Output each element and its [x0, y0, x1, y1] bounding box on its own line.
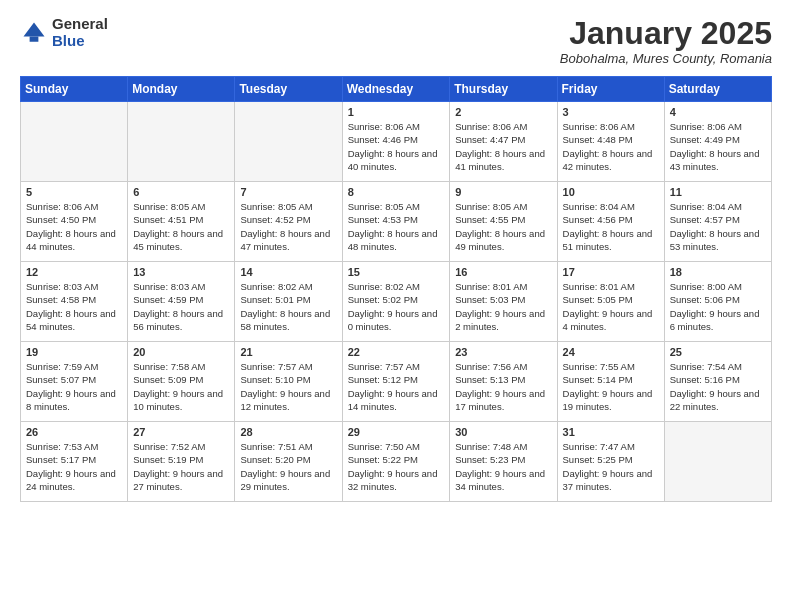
title-block: January 2025 Bobohalma, Mures County, Ro… [560, 16, 772, 66]
day-cell: 7Sunrise: 8:05 AM Sunset: 4:52 PM Daylig… [235, 182, 342, 262]
day-number: 6 [133, 186, 229, 198]
logo-blue-text: Blue [52, 33, 108, 50]
day-number: 23 [455, 346, 551, 358]
day-info: Sunrise: 7:52 AM Sunset: 5:19 PM Dayligh… [133, 440, 229, 493]
day-cell: 6Sunrise: 8:05 AM Sunset: 4:51 PM Daylig… [128, 182, 235, 262]
logo-general-text: General [52, 16, 108, 33]
weekday-header-thursday: Thursday [450, 77, 557, 102]
day-info: Sunrise: 8:05 AM Sunset: 4:55 PM Dayligh… [455, 200, 551, 253]
day-info: Sunrise: 8:06 AM Sunset: 4:50 PM Dayligh… [26, 200, 122, 253]
day-cell: 28Sunrise: 7:51 AM Sunset: 5:20 PM Dayli… [235, 422, 342, 502]
day-number: 12 [26, 266, 122, 278]
day-info: Sunrise: 8:06 AM Sunset: 4:49 PM Dayligh… [670, 120, 766, 173]
day-number: 20 [133, 346, 229, 358]
day-info: Sunrise: 7:50 AM Sunset: 5:22 PM Dayligh… [348, 440, 445, 493]
day-number: 9 [455, 186, 551, 198]
day-cell [664, 422, 771, 502]
day-cell [128, 102, 235, 182]
day-info: Sunrise: 8:00 AM Sunset: 5:06 PM Dayligh… [670, 280, 766, 333]
day-info: Sunrise: 8:01 AM Sunset: 5:03 PM Dayligh… [455, 280, 551, 333]
day-number: 22 [348, 346, 445, 358]
day-cell: 15Sunrise: 8:02 AM Sunset: 5:02 PM Dayli… [342, 262, 450, 342]
weekday-header-friday: Friday [557, 77, 664, 102]
day-info: Sunrise: 7:59 AM Sunset: 5:07 PM Dayligh… [26, 360, 122, 413]
day-cell: 12Sunrise: 8:03 AM Sunset: 4:58 PM Dayli… [21, 262, 128, 342]
day-info: Sunrise: 7:57 AM Sunset: 5:10 PM Dayligh… [240, 360, 336, 413]
day-cell: 9Sunrise: 8:05 AM Sunset: 4:55 PM Daylig… [450, 182, 557, 262]
day-number: 25 [670, 346, 766, 358]
day-number: 26 [26, 426, 122, 438]
day-cell: 10Sunrise: 8:04 AM Sunset: 4:56 PM Dayli… [557, 182, 664, 262]
day-info: Sunrise: 8:05 AM Sunset: 4:52 PM Dayligh… [240, 200, 336, 253]
day-info: Sunrise: 8:06 AM Sunset: 4:46 PM Dayligh… [348, 120, 445, 173]
weekday-header-monday: Monday [128, 77, 235, 102]
week-row-1: 1Sunrise: 8:06 AM Sunset: 4:46 PM Daylig… [21, 102, 772, 182]
day-cell: 5Sunrise: 8:06 AM Sunset: 4:50 PM Daylig… [21, 182, 128, 262]
weekday-header-sunday: Sunday [21, 77, 128, 102]
day-cell: 27Sunrise: 7:52 AM Sunset: 5:19 PM Dayli… [128, 422, 235, 502]
day-number: 14 [240, 266, 336, 278]
day-info: Sunrise: 8:01 AM Sunset: 5:05 PM Dayligh… [563, 280, 659, 333]
day-info: Sunrise: 8:03 AM Sunset: 4:58 PM Dayligh… [26, 280, 122, 333]
weekday-header-row: SundayMondayTuesdayWednesdayThursdayFrid… [21, 77, 772, 102]
day-number: 13 [133, 266, 229, 278]
day-info: Sunrise: 7:54 AM Sunset: 5:16 PM Dayligh… [670, 360, 766, 413]
day-cell: 22Sunrise: 7:57 AM Sunset: 5:12 PM Dayli… [342, 342, 450, 422]
day-cell [21, 102, 128, 182]
day-number: 5 [26, 186, 122, 198]
day-number: 2 [455, 106, 551, 118]
day-number: 29 [348, 426, 445, 438]
day-info: Sunrise: 8:04 AM Sunset: 4:56 PM Dayligh… [563, 200, 659, 253]
day-cell: 26Sunrise: 7:53 AM Sunset: 5:17 PM Dayli… [21, 422, 128, 502]
day-info: Sunrise: 7:48 AM Sunset: 5:23 PM Dayligh… [455, 440, 551, 493]
day-cell: 21Sunrise: 7:57 AM Sunset: 5:10 PM Dayli… [235, 342, 342, 422]
svg-marker-0 [24, 22, 45, 36]
day-number: 17 [563, 266, 659, 278]
month-title: January 2025 [560, 16, 772, 51]
day-number: 15 [348, 266, 445, 278]
day-cell: 17Sunrise: 8:01 AM Sunset: 5:05 PM Dayli… [557, 262, 664, 342]
day-cell: 14Sunrise: 8:02 AM Sunset: 5:01 PM Dayli… [235, 262, 342, 342]
day-number: 1 [348, 106, 445, 118]
day-cell [235, 102, 342, 182]
day-number: 27 [133, 426, 229, 438]
header: General Blue January 2025 Bobohalma, Mur… [20, 16, 772, 66]
day-cell: 1Sunrise: 8:06 AM Sunset: 4:46 PM Daylig… [342, 102, 450, 182]
svg-rect-1 [30, 36, 39, 41]
day-info: Sunrise: 8:03 AM Sunset: 4:59 PM Dayligh… [133, 280, 229, 333]
day-info: Sunrise: 8:02 AM Sunset: 5:01 PM Dayligh… [240, 280, 336, 333]
day-number: 7 [240, 186, 336, 198]
day-cell: 13Sunrise: 8:03 AM Sunset: 4:59 PM Dayli… [128, 262, 235, 342]
logo-icon [20, 19, 48, 47]
day-info: Sunrise: 8:05 AM Sunset: 4:51 PM Dayligh… [133, 200, 229, 253]
day-info: Sunrise: 7:47 AM Sunset: 5:25 PM Dayligh… [563, 440, 659, 493]
day-cell: 30Sunrise: 7:48 AM Sunset: 5:23 PM Dayli… [450, 422, 557, 502]
day-number: 19 [26, 346, 122, 358]
day-cell: 4Sunrise: 8:06 AM Sunset: 4:49 PM Daylig… [664, 102, 771, 182]
logo: General Blue [20, 16, 108, 49]
day-info: Sunrise: 8:06 AM Sunset: 4:47 PM Dayligh… [455, 120, 551, 173]
calendar-table: SundayMondayTuesdayWednesdayThursdayFrid… [20, 76, 772, 502]
day-number: 30 [455, 426, 551, 438]
week-row-4: 19Sunrise: 7:59 AM Sunset: 5:07 PM Dayli… [21, 342, 772, 422]
week-row-2: 5Sunrise: 8:06 AM Sunset: 4:50 PM Daylig… [21, 182, 772, 262]
day-info: Sunrise: 8:05 AM Sunset: 4:53 PM Dayligh… [348, 200, 445, 253]
day-number: 24 [563, 346, 659, 358]
day-info: Sunrise: 7:55 AM Sunset: 5:14 PM Dayligh… [563, 360, 659, 413]
day-info: Sunrise: 7:58 AM Sunset: 5:09 PM Dayligh… [133, 360, 229, 413]
day-cell: 25Sunrise: 7:54 AM Sunset: 5:16 PM Dayli… [664, 342, 771, 422]
week-row-3: 12Sunrise: 8:03 AM Sunset: 4:58 PM Dayli… [21, 262, 772, 342]
weekday-header-saturday: Saturday [664, 77, 771, 102]
weekday-header-wednesday: Wednesday [342, 77, 450, 102]
day-number: 3 [563, 106, 659, 118]
page: General Blue January 2025 Bobohalma, Mur… [0, 0, 792, 512]
day-info: Sunrise: 7:51 AM Sunset: 5:20 PM Dayligh… [240, 440, 336, 493]
week-row-5: 26Sunrise: 7:53 AM Sunset: 5:17 PM Dayli… [21, 422, 772, 502]
day-cell: 8Sunrise: 8:05 AM Sunset: 4:53 PM Daylig… [342, 182, 450, 262]
day-cell: 11Sunrise: 8:04 AM Sunset: 4:57 PM Dayli… [664, 182, 771, 262]
day-cell: 20Sunrise: 7:58 AM Sunset: 5:09 PM Dayli… [128, 342, 235, 422]
day-info: Sunrise: 7:53 AM Sunset: 5:17 PM Dayligh… [26, 440, 122, 493]
day-number: 31 [563, 426, 659, 438]
day-cell: 16Sunrise: 8:01 AM Sunset: 5:03 PM Dayli… [450, 262, 557, 342]
day-number: 18 [670, 266, 766, 278]
